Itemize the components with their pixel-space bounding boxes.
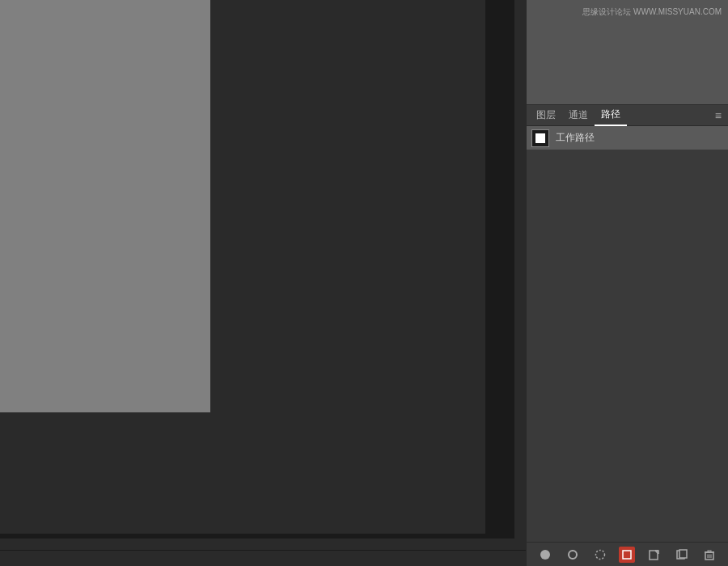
new-path-button[interactable] [674,547,690,563]
svg-rect-9 [708,551,711,552]
panel-menu-button[interactable]: ≡ [712,108,725,124]
vertical-scrollbar[interactable] [514,0,526,550]
horizontal-scrollbar[interactable] [0,539,514,550]
delete-path-button[interactable] [701,547,717,563]
stroke-path-button[interactable] [565,547,581,563]
tab-bar: 图层 通道 路径 ≡ [527,105,728,126]
panel-toolbar [527,542,728,566]
tab-channels[interactable]: 通道 [562,105,595,125]
gray-shape [0,0,210,412]
main-layout: 思缘设计论坛 WWW.MISSYUAN.COM 图层 通道 路径 ≡ 工作路径 [0,0,728,566]
paths-list: 工作路径 [527,126,728,542]
document-canvas[interactable] [0,0,485,534]
make-work-path-button[interactable] [619,547,635,563]
add-mask-button[interactable] [646,547,662,563]
svg-point-1 [595,550,604,559]
svg-rect-2 [623,551,631,559]
panel-content: 图层 通道 路径 ≡ 工作路径 [527,105,728,566]
tab-layers[interactable]: 图层 [530,105,562,125]
canvas-area [0,0,526,566]
load-selection-button[interactable] [592,547,608,563]
svg-rect-6 [679,550,687,558]
fill-path-button[interactable] [537,547,553,563]
right-panel: 思缘设计论坛 WWW.MISSYUAN.COM 图层 通道 路径 ≡ 工作路径 [526,0,728,566]
path-thumbnail [531,129,549,147]
svg-point-0 [540,550,550,560]
watermark: 思缘设计论坛 WWW.MISSYUAN.COM [582,6,722,18]
path-thumb-inner [535,133,545,143]
path-item-work[interactable]: 工作路径 [527,126,728,150]
tab-paths[interactable]: 路径 [595,105,627,126]
path-name: 工作路径 [556,131,595,145]
preview-area: 思缘设计论坛 WWW.MISSYUAN.COM [527,0,728,105]
status-bar [0,550,526,566]
